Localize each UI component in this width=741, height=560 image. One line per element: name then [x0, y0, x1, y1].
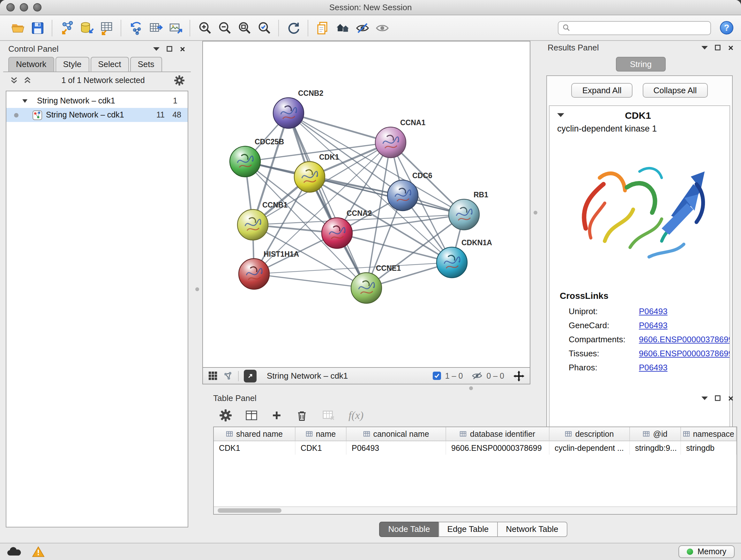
node-CDC6[interactable]	[387, 180, 418, 211]
window-zoom-button[interactable]	[33, 3, 42, 11]
cybrowser-home-button[interactable]	[333, 18, 352, 38]
window-minimize-button[interactable]	[20, 3, 28, 11]
search-input[interactable]	[573, 23, 706, 32]
column-header-namespace[interactable]: namespace	[681, 427, 737, 441]
expand-all-icon[interactable]	[23, 76, 32, 85]
network-canvas[interactable]: CCNB2CCNA1CDC25BCDK1CDC6RB1CCNB1CCNA2CDK…	[202, 41, 530, 368]
column-header-description[interactable]: description	[549, 427, 630, 441]
tab-network[interactable]: Network	[8, 57, 54, 71]
import-network-file-button[interactable]	[57, 18, 77, 38]
panel-close-icon[interactable]	[728, 44, 734, 51]
node-RB1[interactable]	[449, 199, 479, 230]
panel-close-icon[interactable]	[728, 395, 734, 401]
node-HIST1H1A[interactable]	[239, 259, 269, 289]
open-session-button[interactable]	[8, 18, 27, 38]
tab-edge-table[interactable]: Edge Table	[439, 522, 498, 537]
table-row[interactable]: CDK1 CDK1 P06493 9606.ENSP00000378699 cy…	[214, 441, 737, 455]
birds-eye-view-icon[interactable]	[208, 371, 218, 381]
left-splitter-handle[interactable]	[195, 287, 199, 291]
crosslink-uniprot-link[interactable]: P06493	[639, 306, 668, 316]
column-header-id[interactable]: @id	[630, 427, 681, 441]
copy-document-button[interactable]	[313, 18, 333, 38]
tab-network-table[interactable]: Network Table	[497, 522, 567, 537]
edge-CDK1-RB1[interactable]	[310, 177, 464, 214]
gear-icon[interactable]	[174, 75, 185, 85]
gene-section-header[interactable]: CDK1	[549, 106, 730, 124]
selected-items-checkbox[interactable]	[433, 372, 441, 380]
cloud-status-button[interactable]	[6, 547, 22, 557]
network-graph[interactable]: CCNB2CCNA1CDC25BCDK1CDC6RB1CCNB1CCNA2CDK…	[203, 42, 530, 367]
column-header-database-identifier[interactable]: database identifier	[446, 427, 549, 441]
export-table-button[interactable]	[145, 18, 165, 38]
tab-string[interactable]: String	[616, 57, 666, 71]
node-CCNE1[interactable]	[351, 273, 382, 303]
panel-float-icon[interactable]	[166, 45, 173, 52]
node-CCNB1[interactable]	[238, 209, 268, 240]
edge-HIST1H1A-CCNE1[interactable]	[254, 274, 366, 288]
open-in-new-window-button[interactable]	[244, 369, 257, 382]
panel-close-icon[interactable]	[179, 46, 186, 52]
expand-all-button[interactable]: Expand All	[571, 83, 632, 98]
cell-canonical-name[interactable]: P06493	[347, 441, 446, 455]
column-header-canonical-name[interactable]: canonical name	[347, 427, 446, 441]
cell-namespace[interactable]: stringdb	[681, 441, 737, 455]
show-columns-icon[interactable]	[245, 409, 258, 422]
tab-style[interactable]: Style	[55, 57, 89, 71]
zoom-selected-button[interactable]	[254, 18, 274, 38]
network-overview-icon[interactable]	[223, 371, 233, 381]
import-table-button[interactable]	[96, 18, 116, 38]
delete-column-icon[interactable]	[295, 409, 308, 422]
zoom-in-button[interactable]	[195, 18, 214, 38]
crosslink-compartments-link[interactable]: 9606.ENSP00000378699	[639, 334, 730, 344]
cell-shared-name[interactable]: CDK1	[214, 441, 295, 455]
show-all-button[interactable]	[372, 18, 392, 38]
table-horizontal-scrollbar[interactable]	[214, 506, 737, 514]
network-row[interactable]: String Network – cdk1 11 48	[6, 108, 188, 122]
edge-CCNB2-CCNE1[interactable]	[288, 113, 366, 288]
hidden-items-icon[interactable]	[472, 372, 482, 380]
help-button[interactable]: ?	[720, 21, 733, 35]
function-builder-icon[interactable]: f(x)	[348, 409, 363, 422]
memory-button[interactable]: Memory	[678, 545, 735, 558]
search-box[interactable]	[558, 21, 711, 35]
warnings-button[interactable]	[32, 546, 45, 557]
export-image-button[interactable]	[165, 18, 185, 38]
node-CCNA2[interactable]	[322, 218, 352, 248]
node-CCNA1[interactable]	[375, 127, 406, 158]
hide-selected-button[interactable]	[352, 18, 372, 38]
collapse-all-icon[interactable]	[10, 76, 18, 85]
bottom-splitter-handle[interactable]	[469, 386, 473, 390]
panel-float-icon[interactable]	[714, 395, 721, 401]
zoom-out-button[interactable]	[214, 18, 234, 38]
cell-description[interactable]: cyclin-dependent ...	[549, 441, 630, 455]
panel-menu-icon[interactable]	[701, 396, 708, 400]
zoom-fit-button[interactable]	[234, 18, 254, 38]
scrollbar-thumb[interactable]	[218, 508, 281, 513]
right-splitter-handle[interactable]	[534, 211, 537, 214]
tab-sets[interactable]: Sets	[130, 57, 162, 71]
crosslink-tissues-link[interactable]: 9606.ENSP00000378699	[639, 348, 730, 358]
import-network-database-button[interactable]	[77, 18, 96, 38]
node-CCNB2[interactable]	[273, 98, 304, 128]
node-CDKN1A[interactable]	[436, 247, 467, 278]
cell-name[interactable]: CDK1	[295, 441, 347, 455]
tab-select[interactable]: Select	[90, 57, 129, 71]
node-CDK1[interactable]	[294, 162, 325, 192]
edge-CCNB2-CCNA1[interactable]	[288, 113, 391, 142]
collapse-all-button[interactable]: Collapse All	[643, 83, 708, 98]
tab-node-table[interactable]: Node Table	[379, 522, 439, 537]
panel-menu-icon[interactable]	[701, 45, 708, 50]
column-header-shared-name[interactable]: shared name	[214, 427, 295, 441]
refresh-view-button[interactable]	[283, 18, 303, 38]
network-collection-row[interactable]: String Network – cdk1 1	[6, 94, 188, 108]
crosslink-genecard-link[interactable]: P06493	[639, 320, 668, 330]
cell-database-identifier[interactable]: 9606.ENSP00000378699	[446, 441, 549, 455]
clone-network-button[interactable]	[126, 18, 145, 38]
panel-menu-icon[interactable]	[153, 47, 159, 51]
panel-float-icon[interactable]	[714, 44, 721, 51]
window-close-button[interactable]	[6, 3, 15, 11]
pan-crosshair-icon[interactable]	[513, 370, 525, 381]
node-CDC25B[interactable]	[230, 146, 260, 177]
crosslink-pharos-link[interactable]: P06493	[639, 362, 668, 372]
collapse-section-icon[interactable]	[557, 112, 564, 118]
